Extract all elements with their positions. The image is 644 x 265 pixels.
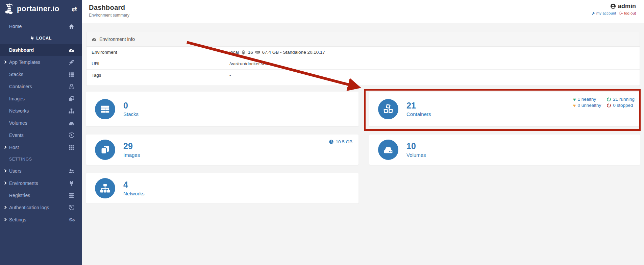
- stacks-card[interactable]: 0 Stacks: [86, 92, 358, 126]
- tags-row: Tags -: [86, 69, 640, 81]
- cogs-icon: ⚙⚙: [69, 217, 74, 223]
- images-size-badge: 10.5 GB: [329, 139, 352, 144]
- username: admin: [618, 3, 636, 10]
- stopped-status: 0 stopped: [606, 103, 635, 108]
- chevron-right-icon: [3, 169, 7, 173]
- sidebar-item-images[interactable]: Images: [0, 93, 82, 105]
- sitemap-icon: [100, 183, 110, 193]
- sidebar-logo-row: portainer.io ⇄: [0, 0, 82, 18]
- images-bubble: [95, 140, 115, 160]
- sidebar-collapse-icon[interactable]: ⇄: [72, 5, 77, 13]
- sidebar-item-app-templates[interactable]: App Templates: [0, 56, 82, 68]
- row-value: /var/run/docker.sock: [229, 61, 270, 66]
- sidebar: portainer.io ⇄ Home LOCAL Dashboard: [0, 0, 82, 265]
- row-value: local 16 67.4 GB - Standalone 20.10.17: [229, 50, 325, 55]
- networks-count: 4: [123, 180, 145, 190]
- sidebar-item-dashboard[interactable]: Dashboard: [0, 44, 82, 56]
- stacks-label: Stacks: [123, 111, 139, 117]
- containers-count: 21: [406, 101, 431, 111]
- table-icon: [100, 104, 110, 114]
- networks-label: Networks: [123, 191, 145, 196]
- containers-card[interactable]: 21 Containers ♥ 1 healthy 21 running: [369, 92, 640, 126]
- containers-card-wrap: 21 Containers ♥ 1 healthy 21 running: [369, 92, 640, 126]
- page-subtitle: Environment summary: [89, 13, 636, 18]
- memory-icon: [255, 50, 260, 55]
- stacks-bubble: [95, 99, 115, 119]
- sidebar-item-volumes[interactable]: Volumes: [0, 117, 82, 129]
- volumes-card[interactable]: 10 Volumes: [369, 135, 640, 165]
- images-total-size: 10.5 GB: [336, 139, 352, 144]
- environment-info-panel: Environment info Environment local 16 67…: [86, 32, 640, 86]
- sitemap-icon: [69, 108, 74, 114]
- chevron-right-icon: [3, 61, 7, 64]
- unhealthy-status: ♥ 0 unhealthy: [573, 103, 601, 108]
- th-icon: [69, 145, 74, 150]
- sidebar-item-host[interactable]: Host: [0, 141, 82, 153]
- my-account-link[interactable]: my account: [592, 11, 616, 15]
- sidebar-section-settings: SETTINGS: [0, 153, 82, 165]
- sidebar-item-networks[interactable]: Networks: [0, 105, 82, 117]
- sidebar-nav: Home LOCAL Dashboard App Templates: [0, 20, 82, 226]
- user-circle-icon: [610, 3, 616, 9]
- cubes-icon: [69, 84, 74, 90]
- images-count: 29: [123, 142, 140, 151]
- wrench-icon: [592, 11, 595, 15]
- networks-card[interactable]: 4 Networks: [86, 173, 358, 203]
- chevron-right-icon: [3, 182, 7, 185]
- environment-name: local: [229, 50, 239, 55]
- clone-icon: [100, 145, 110, 155]
- hdd-icon: [383, 145, 393, 155]
- user-box: admin my account log out: [592, 3, 636, 15]
- volumes-bubble: [378, 140, 398, 160]
- sidebar-item-events[interactable]: Events: [0, 129, 82, 141]
- chevron-right-icon: [3, 146, 7, 149]
- microchip-icon: [241, 50, 246, 55]
- running-status: 21 running: [606, 97, 635, 102]
- row-label: URL: [92, 61, 229, 66]
- heartbeat-icon: ♥: [573, 103, 576, 108]
- sidebar-item-home[interactable]: Home: [0, 20, 82, 32]
- history-icon: [69, 205, 74, 211]
- tachometer-icon: [69, 47, 74, 53]
- stacks-count: 0: [123, 101, 139, 111]
- power-icon: [606, 97, 611, 102]
- panel-title: Environment info: [99, 37, 135, 42]
- volumes-label: Volumes: [406, 152, 426, 158]
- sidebar-item-registries[interactable]: Registries: [0, 189, 82, 201]
- pie-chart-icon: [329, 139, 334, 144]
- containers-bubble: [378, 99, 398, 119]
- cpu-count: 16: [248, 50, 253, 55]
- sidebar-item-containers[interactable]: Containers: [0, 80, 82, 93]
- sidebar-item-stacks[interactable]: Stacks: [0, 68, 82, 80]
- memory-info: 67.4 GB - Standalone 20.10.17: [262, 50, 325, 55]
- log-out-link[interactable]: log out: [619, 11, 636, 15]
- url-row: URL /var/run/docker.sock: [86, 58, 640, 69]
- rocket-icon: [69, 59, 74, 65]
- environment-info-header: Environment info: [86, 32, 640, 47]
- row-value: -: [229, 73, 231, 78]
- tachometer-icon: [92, 37, 97, 42]
- list-icon: [69, 72, 74, 77]
- sidebar-item-environments[interactable]: Environments: [0, 177, 82, 189]
- clone-icon: [69, 96, 74, 102]
- sidebar-item-users[interactable]: Users: [0, 165, 82, 177]
- chevron-right-icon: [3, 206, 7, 209]
- user-links: my account log out: [592, 11, 636, 15]
- heartbeat-icon: ♥: [573, 97, 576, 102]
- sidebar-item-authentication-logs[interactable]: Authentication logs: [0, 201, 82, 214]
- volumes-count: 10: [406, 142, 426, 151]
- images-label: Images: [123, 152, 140, 158]
- environment-row: Environment local 16 67.4 GB - Standalon…: [86, 47, 640, 58]
- main-content: Dashboard Environment summary admin my a…: [82, 0, 644, 265]
- sidebar-item-settings[interactable]: Settings ⚙⚙: [0, 214, 82, 226]
- networks-bubble: [95, 178, 115, 198]
- home-icon: [69, 24, 74, 29]
- images-card[interactable]: 29 Images 10.5 GB: [86, 135, 358, 165]
- portainer-dashboard: portainer.io ⇄ Home LOCAL Dashboard: [0, 0, 644, 265]
- hdd-icon: [69, 120, 74, 126]
- users-icon: [69, 168, 74, 174]
- history-icon: [69, 132, 74, 138]
- portainer-logo-icon: [3, 2, 16, 15]
- plug-icon: [69, 180, 74, 186]
- database-icon: [69, 193, 74, 198]
